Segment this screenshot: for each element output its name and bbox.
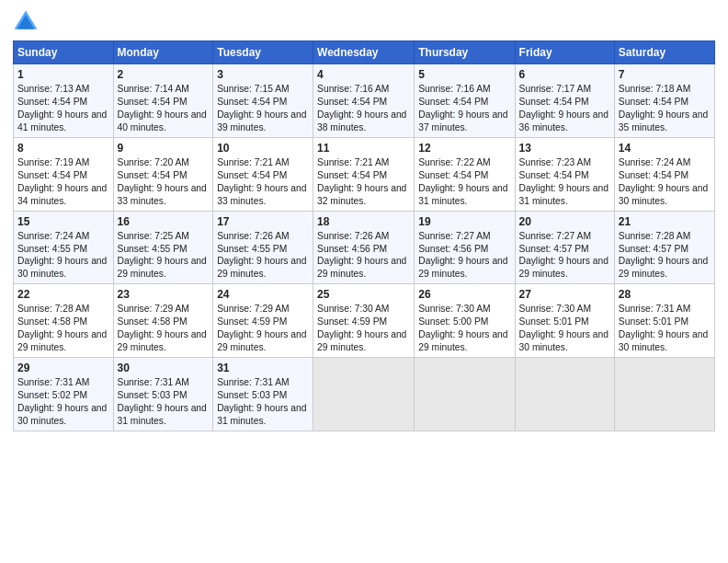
daylight-text: Daylight: 9 hours and 29 minutes.	[217, 256, 306, 279]
header-day: Thursday	[415, 41, 515, 64]
sunset-text: Sunset: 4:54 PM	[519, 170, 589, 180]
calendar-cell: 28Sunrise: 7:31 AMSunset: 5:01 PMDayligh…	[614, 284, 714, 358]
sunset-text: Sunset: 4:54 PM	[217, 97, 287, 107]
calendar-cell: 3Sunrise: 7:15 AMSunset: 4:54 PMDaylight…	[213, 64, 313, 138]
day-number: 15	[17, 214, 109, 229]
page: SundayMondayTuesdayWednesdayThursdayFrid…	[0, 0, 728, 441]
day-number: 10	[217, 141, 309, 155]
sunset-text: Sunset: 4:54 PM	[619, 170, 688, 180]
day-number: 4	[317, 67, 410, 82]
daylight-text: Daylight: 9 hours and 31 minutes.	[418, 183, 507, 206]
sunset-text: Sunset: 4:59 PM	[317, 316, 387, 327]
sunset-text: Sunset: 4:55 PM	[118, 244, 188, 254]
sunset-text: Sunset: 4:56 PM	[317, 244, 387, 254]
calendar-cell: 24Sunrise: 7:29 AMSunset: 4:59 PMDayligh…	[213, 284, 313, 358]
daylight-text: Daylight: 9 hours and 33 minutes.	[217, 183, 306, 206]
daylight-text: Daylight: 9 hours and 29 minutes.	[217, 329, 306, 352]
day-number: 20	[519, 214, 610, 229]
header-day: Sunday	[14, 41, 114, 64]
calendar-cell: 10Sunrise: 7:21 AMSunset: 4:54 PMDayligh…	[213, 137, 313, 211]
sunset-text: Sunset: 4:54 PM	[317, 170, 387, 180]
header-day: Friday	[515, 41, 614, 64]
calendar-cell: 9Sunrise: 7:20 AMSunset: 4:54 PMDaylight…	[113, 137, 213, 211]
calendar-cell	[415, 358, 515, 431]
sunset-text: Sunset: 5:00 PM	[418, 316, 488, 327]
daylight-text: Daylight: 9 hours and 30 minutes.	[619, 329, 708, 352]
calendar-cell: 1Sunrise: 7:13 AMSunset: 4:54 PMDaylight…	[14, 64, 114, 138]
day-number: 13	[519, 141, 610, 155]
sunrise-text: Sunrise: 7:31 AM	[118, 377, 189, 387]
logo	[13, 13, 42, 35]
calendar-cell: 29Sunrise: 7:31 AMSunset: 5:02 PMDayligh…	[14, 358, 114, 431]
sunrise-text: Sunrise: 7:14 AM	[118, 84, 189, 94]
sunrise-text: Sunrise: 7:26 AM	[217, 231, 289, 241]
sunset-text: Sunset: 4:54 PM	[418, 97, 488, 107]
day-number: 3	[217, 67, 309, 82]
week-row: 29Sunrise: 7:31 AMSunset: 5:02 PMDayligh…	[14, 358, 715, 431]
daylight-text: Daylight: 9 hours and 31 minutes.	[118, 403, 207, 426]
day-number: 28	[619, 287, 711, 302]
sunrise-text: Sunrise: 7:21 AM	[317, 157, 389, 167]
day-number: 17	[217, 214, 309, 229]
daylight-text: Daylight: 9 hours and 35 minutes.	[619, 109, 708, 132]
week-row: 1Sunrise: 7:13 AMSunset: 4:54 PMDaylight…	[14, 64, 715, 138]
day-number: 16	[118, 214, 210, 229]
daylight-text: Daylight: 9 hours and 29 minutes.	[519, 256, 609, 279]
sunrise-text: Sunrise: 7:29 AM	[118, 304, 189, 314]
calendar-cell: 15Sunrise: 7:24 AMSunset: 4:55 PMDayligh…	[14, 211, 114, 284]
sunset-text: Sunset: 4:54 PM	[418, 170, 488, 180]
day-number: 26	[418, 287, 510, 302]
daylight-text: Daylight: 9 hours and 31 minutes.	[217, 403, 306, 426]
sunrise-text: Sunrise: 7:28 AM	[619, 231, 690, 241]
sunrise-text: Sunrise: 7:13 AM	[17, 84, 89, 94]
sunset-text: Sunset: 4:54 PM	[17, 97, 87, 107]
day-number: 27	[519, 287, 610, 302]
calendar-cell: 8Sunrise: 7:19 AMSunset: 4:54 PMDaylight…	[14, 137, 114, 211]
sunrise-text: Sunrise: 7:24 AM	[17, 231, 89, 241]
sunrise-text: Sunrise: 7:22 AM	[418, 157, 490, 167]
sunrise-text: Sunrise: 7:23 AM	[519, 157, 591, 167]
day-number: 9	[118, 141, 210, 155]
day-number: 29	[17, 361, 109, 375]
daylight-text: Daylight: 9 hours and 29 minutes.	[317, 256, 406, 279]
sunrise-text: Sunrise: 7:27 AM	[418, 231, 490, 241]
sunrise-text: Sunrise: 7:26 AM	[317, 231, 389, 241]
header	[13, 9, 715, 35]
sunset-text: Sunset: 4:54 PM	[118, 170, 188, 180]
daylight-text: Daylight: 9 hours and 30 minutes.	[17, 403, 107, 426]
sunrise-text: Sunrise: 7:17 AM	[519, 84, 591, 94]
sunset-text: Sunset: 4:54 PM	[118, 97, 188, 107]
calendar-cell: 21Sunrise: 7:28 AMSunset: 4:57 PMDayligh…	[614, 211, 714, 284]
sunset-text: Sunset: 5:01 PM	[519, 316, 589, 327]
sunrise-text: Sunrise: 7:19 AM	[17, 157, 89, 167]
sunset-text: Sunset: 4:55 PM	[17, 244, 87, 254]
daylight-text: Daylight: 9 hours and 29 minutes.	[118, 329, 207, 352]
sunrise-text: Sunrise: 7:29 AM	[217, 304, 289, 314]
day-number: 22	[17, 287, 109, 302]
daylight-text: Daylight: 9 hours and 29 minutes.	[418, 329, 507, 352]
calendar-cell: 12Sunrise: 7:22 AMSunset: 4:54 PMDayligh…	[415, 137, 515, 211]
sunrise-text: Sunrise: 7:15 AM	[217, 84, 289, 94]
sunset-text: Sunset: 5:02 PM	[17, 390, 87, 400]
sunset-text: Sunset: 4:57 PM	[619, 244, 688, 254]
day-number: 12	[418, 141, 510, 155]
day-number: 24	[217, 287, 309, 302]
logo-icon	[13, 9, 39, 35]
daylight-text: Daylight: 9 hours and 36 minutes.	[519, 109, 609, 132]
calendar-cell: 2Sunrise: 7:14 AMSunset: 4:54 PMDaylight…	[113, 64, 213, 138]
sunset-text: Sunset: 4:54 PM	[17, 170, 87, 180]
calendar-cell: 20Sunrise: 7:27 AMSunset: 4:57 PMDayligh…	[515, 211, 614, 284]
daylight-text: Daylight: 9 hours and 34 minutes.	[17, 183, 107, 206]
daylight-text: Daylight: 9 hours and 33 minutes.	[118, 183, 207, 206]
sunset-text: Sunset: 4:59 PM	[217, 316, 287, 327]
sunrise-text: Sunrise: 7:16 AM	[418, 84, 490, 94]
sunset-text: Sunset: 4:54 PM	[317, 97, 387, 107]
day-number: 19	[418, 214, 510, 229]
sunset-text: Sunset: 4:58 PM	[17, 316, 87, 327]
calendar-cell: 6Sunrise: 7:17 AMSunset: 4:54 PMDaylight…	[515, 64, 614, 138]
sunrise-text: Sunrise: 7:18 AM	[619, 84, 690, 94]
week-row: 15Sunrise: 7:24 AMSunset: 4:55 PMDayligh…	[14, 211, 715, 284]
calendar-cell: 5Sunrise: 7:16 AMSunset: 4:54 PMDaylight…	[415, 64, 515, 138]
daylight-text: Daylight: 9 hours and 31 minutes.	[519, 183, 609, 206]
sunrise-text: Sunrise: 7:31 AM	[17, 377, 89, 387]
